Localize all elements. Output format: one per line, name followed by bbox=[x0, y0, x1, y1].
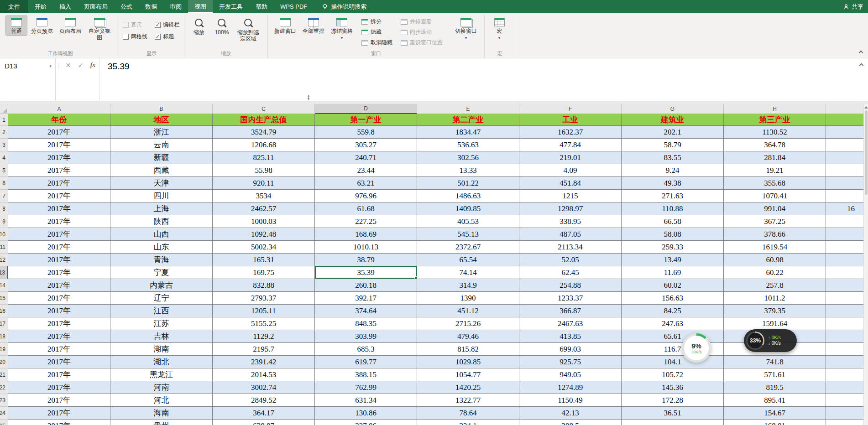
cell-G1[interactable]: 建筑业 bbox=[622, 114, 724, 126]
row-header-12[interactable]: 12 bbox=[0, 254, 8, 266]
cell-B18[interactable]: 吉林 bbox=[110, 330, 213, 343]
cell-D22[interactable]: 762.99 bbox=[315, 381, 417, 394]
menu-tab-文件[interactable]: 文件 bbox=[0, 0, 28, 13]
share-button[interactable]: 共享 bbox=[843, 0, 863, 13]
cell-E22[interactable]: 1420.25 bbox=[417, 381, 519, 394]
cell-partial-23[interactable] bbox=[826, 394, 863, 407]
cell-H15[interactable]: 1011.2 bbox=[724, 292, 826, 305]
cell-partial-9[interactable] bbox=[826, 215, 863, 228]
cell-F5[interactable]: 4.09 bbox=[519, 164, 622, 177]
cell-A7[interactable]: 2017年 bbox=[8, 190, 110, 202]
ruler-checkbox[interactable]: 直尺 bbox=[123, 19, 147, 30]
cell-C5[interactable]: 55.98 bbox=[213, 164, 315, 177]
cell-B8[interactable]: 上海 bbox=[110, 202, 213, 215]
cell-F11[interactable]: 2113.34 bbox=[519, 241, 622, 254]
normal-view-button[interactable]: 普通 bbox=[5, 16, 27, 36]
column-header-partial[interactable] bbox=[826, 104, 863, 114]
cell-E11[interactable]: 2372.67 bbox=[417, 241, 519, 254]
cell-H6[interactable]: 355.68 bbox=[724, 177, 826, 190]
cell-H21[interactable]: 571.61 bbox=[724, 368, 826, 381]
cell-C23[interactable]: 2849.52 bbox=[213, 394, 315, 407]
cell-D25[interactable]: 227.06 bbox=[315, 420, 417, 425]
cell-C12[interactable]: 165.31 bbox=[213, 254, 315, 266]
cell-partial-25[interactable] bbox=[826, 420, 863, 425]
cell-partial-22[interactable] bbox=[826, 381, 863, 394]
cell-A17[interactable]: 2017年 bbox=[8, 317, 110, 330]
cell-partial-19[interactable] bbox=[826, 343, 863, 356]
gridlines-checkbox[interactable]: 网格线 bbox=[123, 31, 147, 42]
row-header-22[interactable]: 22 bbox=[0, 381, 8, 394]
cell-C9[interactable]: 1000.03 bbox=[213, 215, 315, 228]
row-header-19[interactable]: 19 bbox=[0, 343, 8, 356]
tell-me-search[interactable]: 操作说明搜索 bbox=[322, 0, 366, 13]
cell-F9[interactable]: 338.95 bbox=[519, 215, 622, 228]
cell-partial-5[interactable] bbox=[826, 164, 863, 177]
cell-G11[interactable]: 259.33 bbox=[622, 241, 724, 254]
cell-B25[interactable]: 贵州 bbox=[110, 420, 213, 425]
cell-E14[interactable]: 314.9 bbox=[417, 279, 519, 292]
cell-A20[interactable]: 2017年 bbox=[8, 356, 110, 368]
cell-C4[interactable]: 825.11 bbox=[213, 151, 315, 164]
cell-G7[interactable]: 271.63 bbox=[622, 190, 724, 202]
menu-tab-审阅[interactable]: 审阅 bbox=[163, 0, 188, 13]
cell-G20[interactable]: 104.1 bbox=[622, 356, 724, 368]
cell-F23[interactable]: 1150.49 bbox=[519, 394, 622, 407]
synchronous-scrolling-button[interactable]: 同步滚动 bbox=[398, 27, 445, 37]
menu-tab-帮助[interactable]: 帮助 bbox=[249, 0, 274, 13]
cell-C8[interactable]: 2462.57 bbox=[213, 202, 315, 215]
cell-D12[interactable]: 38.79 bbox=[315, 254, 417, 266]
cell-B15[interactable]: 辽宁 bbox=[110, 292, 213, 305]
cell-F19[interactable]: 699.03 bbox=[519, 343, 622, 356]
cell-C13[interactable]: 169.75 bbox=[213, 266, 315, 279]
menu-tab-插入[interactable]: 插入 bbox=[53, 0, 78, 13]
cell-H9[interactable]: 367.25 bbox=[724, 215, 826, 228]
cell-partial-1[interactable] bbox=[826, 114, 863, 126]
cell-E16[interactable]: 451.12 bbox=[417, 305, 519, 317]
cell-G6[interactable]: 49.38 bbox=[622, 177, 724, 190]
cell-A21[interactable]: 2017年 bbox=[8, 368, 110, 381]
cell-B3[interactable]: 云南 bbox=[110, 139, 213, 151]
cell-partial-12[interactable] bbox=[826, 254, 863, 266]
cell-C2[interactable]: 3524.79 bbox=[213, 126, 315, 139]
cell-C15[interactable]: 2793.37 bbox=[213, 292, 315, 305]
row-header-14[interactable]: 14 bbox=[0, 279, 8, 292]
cell-F18[interactable]: 413.85 bbox=[519, 330, 622, 343]
cell-C22[interactable]: 3002.74 bbox=[213, 381, 315, 394]
formula-bar-collapse-icon[interactable] bbox=[854, 58, 868, 101]
cell-D11[interactable]: 1010.13 bbox=[315, 241, 417, 254]
cell-G8[interactable]: 110.88 bbox=[622, 202, 724, 215]
cell-F12[interactable]: 52.05 bbox=[519, 254, 622, 266]
hide-button[interactable]: 隐藏 bbox=[359, 27, 395, 37]
cell-D5[interactable]: 23.44 bbox=[315, 164, 417, 177]
cell-B19[interactable]: 湖南 bbox=[110, 343, 213, 356]
split-button[interactable]: 拆分 bbox=[359, 17, 395, 26]
cell-E4[interactable]: 302.56 bbox=[417, 151, 519, 164]
cell-C17[interactable]: 5155.25 bbox=[213, 317, 315, 330]
formula-bar-checkbox[interactable]: ✓ 编辑栏 bbox=[155, 19, 179, 30]
menu-tab-开始[interactable]: 开始 bbox=[28, 0, 53, 13]
cell-A12[interactable]: 2017年 bbox=[8, 254, 110, 266]
cell-E18[interactable]: 479.46 bbox=[417, 330, 519, 343]
cell-partial-3[interactable] bbox=[826, 139, 863, 151]
formula-input[interactable]: 35.39 bbox=[99, 58, 854, 101]
cell-D23[interactable]: 631.34 bbox=[315, 394, 417, 407]
cell-H2[interactable]: 1130.52 bbox=[724, 126, 826, 139]
column-header-H[interactable]: H bbox=[724, 104, 826, 114]
cell-A24[interactable]: 2017年 bbox=[8, 407, 110, 420]
unhide-button[interactable]: 取消隐藏 bbox=[359, 38, 395, 47]
cell-D6[interactable]: 63.21 bbox=[315, 177, 417, 190]
cell-E12[interactable]: 65.54 bbox=[417, 254, 519, 266]
cell-A19[interactable]: 2017年 bbox=[8, 343, 110, 356]
cell-F10[interactable]: 487.05 bbox=[519, 228, 622, 241]
cell-partial-11[interactable] bbox=[826, 241, 863, 254]
cell-E1[interactable]: 第二产业 bbox=[417, 114, 519, 126]
column-header-E[interactable]: E bbox=[417, 104, 519, 114]
cell-A2[interactable]: 2017年 bbox=[8, 126, 110, 139]
cell-E15[interactable]: 1390 bbox=[417, 292, 519, 305]
cell-D20[interactable]: 619.77 bbox=[315, 356, 417, 368]
cancel-icon[interactable]: ✕ bbox=[62, 58, 74, 72]
switch-windows-button[interactable]: 切换窗口▾ bbox=[452, 16, 480, 42]
column-header-A[interactable]: A bbox=[8, 104, 110, 114]
cell-F1[interactable]: 工业 bbox=[519, 114, 622, 126]
row-header-15[interactable]: 15 bbox=[0, 292, 8, 305]
